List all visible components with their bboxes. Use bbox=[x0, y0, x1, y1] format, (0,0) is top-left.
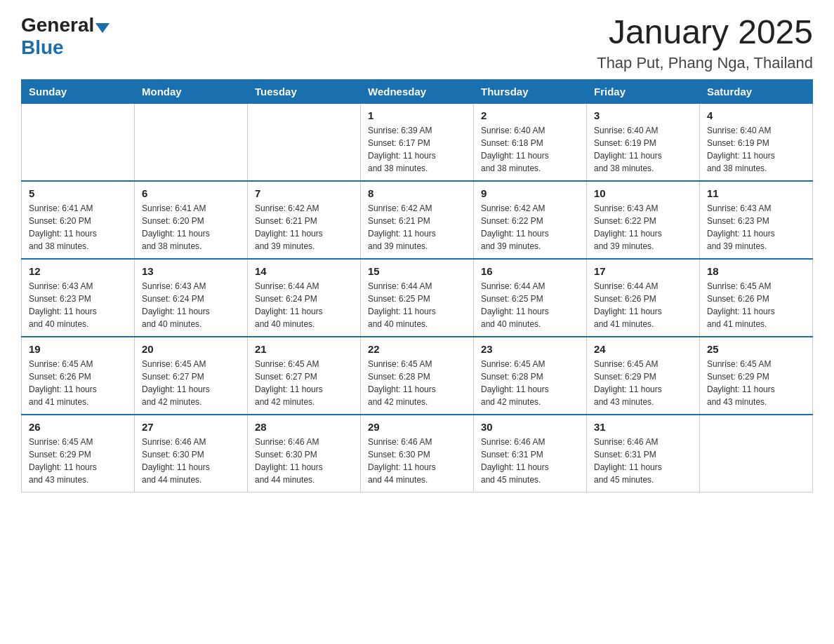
day-number: 29 bbox=[368, 421, 466, 433]
day-info: Sunrise: 6:39 AM Sunset: 6:17 PM Dayligh… bbox=[368, 124, 466, 175]
day-info: Sunrise: 6:40 AM Sunset: 6:19 PM Dayligh… bbox=[707, 124, 805, 175]
column-header-saturday: Saturday bbox=[700, 79, 813, 103]
calendar-cell: 19Sunrise: 6:45 AM Sunset: 6:26 PM Dayli… bbox=[22, 337, 135, 415]
calendar-cell: 31Sunrise: 6:46 AM Sunset: 6:31 PM Dayli… bbox=[587, 415, 700, 492]
logo: General Blue bbox=[21, 14, 110, 59]
calendar-cell: 29Sunrise: 6:46 AM Sunset: 6:30 PM Dayli… bbox=[361, 415, 474, 492]
day-number: 7 bbox=[255, 187, 353, 199]
day-number: 21 bbox=[255, 343, 353, 355]
day-info: Sunrise: 6:44 AM Sunset: 6:24 PM Dayligh… bbox=[255, 280, 353, 330]
day-info: Sunrise: 6:45 AM Sunset: 6:29 PM Dayligh… bbox=[707, 358, 805, 408]
day-info: Sunrise: 6:43 AM Sunset: 6:23 PM Dayligh… bbox=[707, 202, 805, 253]
day-number: 1 bbox=[368, 109, 466, 121]
day-info: Sunrise: 6:41 AM Sunset: 6:20 PM Dayligh… bbox=[142, 202, 240, 253]
day-number: 5 bbox=[29, 187, 127, 199]
calendar-cell: 28Sunrise: 6:46 AM Sunset: 6:30 PM Dayli… bbox=[248, 415, 361, 492]
day-number: 12 bbox=[29, 265, 127, 277]
logo-general-text: General bbox=[21, 14, 94, 36]
day-number: 25 bbox=[707, 343, 805, 355]
calendar-cell: 24Sunrise: 6:45 AM Sunset: 6:29 PM Dayli… bbox=[587, 337, 700, 415]
column-header-friday: Friday bbox=[587, 79, 700, 103]
calendar-body: 1Sunrise: 6:39 AM Sunset: 6:17 PM Daylig… bbox=[22, 103, 813, 492]
day-info: Sunrise: 6:41 AM Sunset: 6:20 PM Dayligh… bbox=[29, 202, 127, 253]
day-number: 17 bbox=[594, 265, 692, 277]
calendar-cell bbox=[22, 103, 135, 181]
column-header-tuesday: Tuesday bbox=[248, 79, 361, 103]
column-header-sunday: Sunday bbox=[22, 79, 135, 103]
column-header-monday: Monday bbox=[135, 79, 248, 103]
day-info: Sunrise: 6:43 AM Sunset: 6:24 PM Dayligh… bbox=[142, 280, 240, 330]
calendar-cell: 8Sunrise: 6:42 AM Sunset: 6:21 PM Daylig… bbox=[361, 181, 474, 259]
day-info: Sunrise: 6:45 AM Sunset: 6:27 PM Dayligh… bbox=[142, 358, 240, 408]
calendar-title: January 2025 bbox=[597, 14, 813, 51]
day-info: Sunrise: 6:46 AM Sunset: 6:30 PM Dayligh… bbox=[368, 436, 466, 486]
calendar-cell: 3Sunrise: 6:40 AM Sunset: 6:19 PM Daylig… bbox=[587, 103, 700, 181]
week-row-3: 12Sunrise: 6:43 AM Sunset: 6:23 PM Dayli… bbox=[22, 259, 813, 337]
day-info: Sunrise: 6:45 AM Sunset: 6:26 PM Dayligh… bbox=[707, 280, 805, 330]
day-number: 23 bbox=[481, 343, 579, 355]
day-number: 6 bbox=[142, 187, 240, 199]
calendar-cell: 16Sunrise: 6:44 AM Sunset: 6:25 PM Dayli… bbox=[474, 259, 587, 337]
day-info: Sunrise: 6:44 AM Sunset: 6:25 PM Dayligh… bbox=[481, 280, 579, 330]
calendar-cell: 18Sunrise: 6:45 AM Sunset: 6:26 PM Dayli… bbox=[700, 259, 813, 337]
logo-blue-text: Blue bbox=[21, 36, 64, 58]
day-number: 4 bbox=[707, 109, 805, 121]
calendar-cell: 7Sunrise: 6:42 AM Sunset: 6:21 PM Daylig… bbox=[248, 181, 361, 259]
day-number: 8 bbox=[368, 187, 466, 199]
day-number: 20 bbox=[142, 343, 240, 355]
day-number: 3 bbox=[594, 109, 692, 121]
day-info: Sunrise: 6:45 AM Sunset: 6:28 PM Dayligh… bbox=[368, 358, 466, 408]
column-header-thursday: Thursday bbox=[474, 79, 587, 103]
day-info: Sunrise: 6:46 AM Sunset: 6:31 PM Dayligh… bbox=[594, 436, 692, 486]
title-area: January 2025 Thap Put, Phang Nga, Thaila… bbox=[597, 14, 813, 72]
day-info: Sunrise: 6:45 AM Sunset: 6:27 PM Dayligh… bbox=[255, 358, 353, 408]
calendar-cell: 22Sunrise: 6:45 AM Sunset: 6:28 PM Dayli… bbox=[361, 337, 474, 415]
day-number: 13 bbox=[142, 265, 240, 277]
calendar-cell bbox=[135, 103, 248, 181]
calendar-table: SundayMondayTuesdayWednesdayThursdayFrid… bbox=[21, 79, 813, 492]
day-info: Sunrise: 6:44 AM Sunset: 6:25 PM Dayligh… bbox=[368, 280, 466, 330]
calendar-cell bbox=[700, 415, 813, 492]
day-info: Sunrise: 6:42 AM Sunset: 6:21 PM Dayligh… bbox=[368, 202, 466, 253]
calendar-header-row: SundayMondayTuesdayWednesdayThursdayFrid… bbox=[22, 79, 813, 103]
calendar-cell: 20Sunrise: 6:45 AM Sunset: 6:27 PM Dayli… bbox=[135, 337, 248, 415]
day-info: Sunrise: 6:42 AM Sunset: 6:21 PM Dayligh… bbox=[255, 202, 353, 253]
day-info: Sunrise: 6:44 AM Sunset: 6:26 PM Dayligh… bbox=[594, 280, 692, 330]
day-number: 27 bbox=[142, 421, 240, 433]
week-row-4: 19Sunrise: 6:45 AM Sunset: 6:26 PM Dayli… bbox=[22, 337, 813, 415]
week-row-1: 1Sunrise: 6:39 AM Sunset: 6:17 PM Daylig… bbox=[22, 103, 813, 181]
calendar-cell: 23Sunrise: 6:45 AM Sunset: 6:28 PM Dayli… bbox=[474, 337, 587, 415]
day-number: 18 bbox=[707, 265, 805, 277]
day-info: Sunrise: 6:45 AM Sunset: 6:29 PM Dayligh… bbox=[29, 436, 127, 486]
calendar-cell: 14Sunrise: 6:44 AM Sunset: 6:24 PM Dayli… bbox=[248, 259, 361, 337]
day-number: 9 bbox=[481, 187, 579, 199]
logo-arrow-icon bbox=[95, 23, 110, 33]
day-info: Sunrise: 6:43 AM Sunset: 6:22 PM Dayligh… bbox=[594, 202, 692, 253]
calendar-cell: 4Sunrise: 6:40 AM Sunset: 6:19 PM Daylig… bbox=[700, 103, 813, 181]
calendar-cell: 26Sunrise: 6:45 AM Sunset: 6:29 PM Dayli… bbox=[22, 415, 135, 492]
day-number: 2 bbox=[481, 109, 579, 121]
day-info: Sunrise: 6:43 AM Sunset: 6:23 PM Dayligh… bbox=[29, 280, 127, 330]
day-number: 11 bbox=[707, 187, 805, 199]
day-number: 14 bbox=[255, 265, 353, 277]
day-number: 19 bbox=[29, 343, 127, 355]
day-info: Sunrise: 6:46 AM Sunset: 6:31 PM Dayligh… bbox=[481, 436, 579, 486]
day-number: 31 bbox=[594, 421, 692, 433]
calendar-cell: 10Sunrise: 6:43 AM Sunset: 6:22 PM Dayli… bbox=[587, 181, 700, 259]
day-number: 22 bbox=[368, 343, 466, 355]
day-number: 26 bbox=[29, 421, 127, 433]
calendar-cell bbox=[248, 103, 361, 181]
day-info: Sunrise: 6:40 AM Sunset: 6:18 PM Dayligh… bbox=[481, 124, 579, 175]
week-row-2: 5Sunrise: 6:41 AM Sunset: 6:20 PM Daylig… bbox=[22, 181, 813, 259]
day-info: Sunrise: 6:40 AM Sunset: 6:19 PM Dayligh… bbox=[594, 124, 692, 175]
page-header: General Blue January 2025 Thap Put, Phan… bbox=[21, 14, 813, 72]
calendar-cell: 9Sunrise: 6:42 AM Sunset: 6:22 PM Daylig… bbox=[474, 181, 587, 259]
day-info: Sunrise: 6:42 AM Sunset: 6:22 PM Dayligh… bbox=[481, 202, 579, 253]
day-number: 30 bbox=[481, 421, 579, 433]
calendar-cell: 13Sunrise: 6:43 AM Sunset: 6:24 PM Dayli… bbox=[135, 259, 248, 337]
calendar-cell: 2Sunrise: 6:40 AM Sunset: 6:18 PM Daylig… bbox=[474, 103, 587, 181]
calendar-cell: 25Sunrise: 6:45 AM Sunset: 6:29 PM Dayli… bbox=[700, 337, 813, 415]
calendar-cell: 21Sunrise: 6:45 AM Sunset: 6:27 PM Dayli… bbox=[248, 337, 361, 415]
day-info: Sunrise: 6:45 AM Sunset: 6:29 PM Dayligh… bbox=[594, 358, 692, 408]
calendar-cell: 15Sunrise: 6:44 AM Sunset: 6:25 PM Dayli… bbox=[361, 259, 474, 337]
